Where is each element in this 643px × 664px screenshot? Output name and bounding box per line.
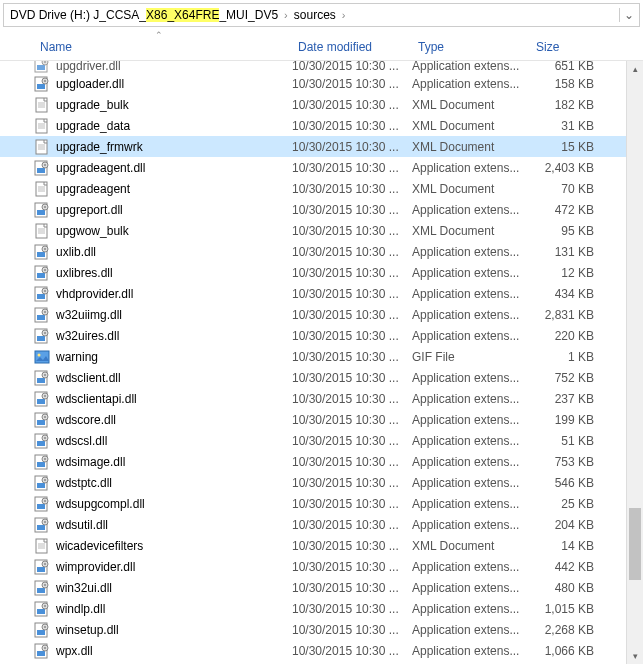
file-size: 158 KB <box>530 77 600 91</box>
file-date: 10/30/2015 10:30 ... <box>292 308 412 322</box>
svg-point-31 <box>44 206 46 208</box>
svg-point-113 <box>44 647 46 649</box>
file-name: w32uires.dll <box>56 329 292 343</box>
column-header-type[interactable]: Type <box>412 38 530 56</box>
file-type: Application extens... <box>412 329 530 343</box>
file-row[interactable]: windlp.dll10/30/2015 10:30 ...Applicatio… <box>0 598 643 619</box>
file-size: 1 KB <box>530 350 600 364</box>
file-size: 434 KB <box>530 287 600 301</box>
file-name: upgdriver.dll <box>56 61 292 73</box>
file-row[interactable]: uxlib.dll10/30/2015 10:30 ...Application… <box>0 241 643 262</box>
file-row[interactable]: wdsclient.dll10/30/2015 10:30 ...Applica… <box>0 367 643 388</box>
file-row[interactable]: wdscore.dll10/30/2015 10:30 ...Applicati… <box>0 409 643 430</box>
file-icon <box>34 76 50 92</box>
file-name: upgreport.dll <box>56 203 292 217</box>
svg-point-3 <box>44 61 46 63</box>
file-row[interactable]: upgloader.dll10/30/2015 10:30 ...Applica… <box>0 73 643 94</box>
file-row[interactable]: wpx.dll10/30/2015 10:30 ...Application e… <box>0 640 643 661</box>
file-row[interactable]: vhdprovider.dll10/30/2015 10:30 ...Appli… <box>0 283 643 304</box>
file-date: 10/30/2015 10:30 ... <box>292 350 412 364</box>
file-date: 10/30/2015 10:30 ... <box>292 560 412 574</box>
chevron-right-icon[interactable]: › <box>340 9 348 21</box>
file-icon <box>34 517 50 533</box>
svg-point-7 <box>44 80 46 82</box>
column-header-size[interactable]: Size <box>530 38 610 56</box>
address-bar[interactable]: DVD Drive (H:) J_CCSA_X86_X64FRE_MUI_DV5… <box>3 3 640 27</box>
file-name: upgrade_frmwrk <box>56 140 292 154</box>
file-row[interactable]: wdsclientapi.dll10/30/2015 10:30 ...Appl… <box>0 388 643 409</box>
file-row[interactable]: wicadevicefilters10/30/2015 10:30 ...XML… <box>0 535 643 556</box>
file-name: wdsutil.dll <box>56 518 292 532</box>
file-row[interactable]: w32uiimg.dll10/30/2015 10:30 ...Applicat… <box>0 304 643 325</box>
file-row[interactable]: wdsupgcompl.dll10/30/2015 10:30 ...Appli… <box>0 493 643 514</box>
breadcrumb-drive[interactable]: DVD Drive (H:) J_CCSA_X86_X64FRE_MUI_DV5 <box>6 4 282 26</box>
scroll-thumb[interactable] <box>629 508 641 580</box>
file-date: 10/30/2015 10:30 ... <box>292 224 412 238</box>
file-size: 546 KB <box>530 476 600 490</box>
svg-point-61 <box>44 374 46 376</box>
file-type: GIF File <box>412 350 530 364</box>
svg-rect-79 <box>37 483 45 488</box>
file-size: 15 KB <box>530 140 600 154</box>
file-row[interactable]: uxlibres.dll10/30/2015 10:30 ...Applicat… <box>0 262 643 283</box>
file-type: Application extens... <box>412 455 530 469</box>
file-date: 10/30/2015 10:30 ... <box>292 476 412 490</box>
column-header-date[interactable]: Date modified <box>292 38 412 56</box>
file-icon <box>34 160 50 176</box>
file-row[interactable]: upgreport.dll10/30/2015 10:30 ...Applica… <box>0 199 643 220</box>
file-name: vhdprovider.dll <box>56 287 292 301</box>
file-row[interactable]: wdscsl.dll10/30/2015 10:30 ...Applicatio… <box>0 430 643 451</box>
file-row[interactable]: upgrade_data10/30/2015 10:30 ...XML Docu… <box>0 115 643 136</box>
svg-point-51 <box>44 311 46 313</box>
file-icon <box>34 454 50 470</box>
file-row[interactable]: wdstptc.dll10/30/2015 10:30 ...Applicati… <box>0 472 643 493</box>
chevron-right-icon[interactable]: › <box>282 9 290 21</box>
file-type: Application extens... <box>412 581 530 595</box>
file-row[interactable]: w32uires.dll10/30/2015 10:30 ...Applicat… <box>0 325 643 346</box>
file-date: 10/30/2015 10:30 ... <box>292 287 412 301</box>
file-row[interactable]: upgradeagent.dll10/30/2015 10:30 ...Appl… <box>0 157 643 178</box>
breadcrumb-folder[interactable]: sources <box>290 4 340 26</box>
file-row[interactable]: warning10/30/2015 10:30 ...GIF File1 KB <box>0 346 643 367</box>
file-icon <box>34 286 50 302</box>
file-row[interactable]: winsetup.dll10/30/2015 10:30 ...Applicat… <box>0 619 643 640</box>
file-row[interactable]: wdsutil.dll10/30/2015 10:30 ...Applicati… <box>0 514 643 535</box>
breadcrumb-drive-suffix: _MUI_DV5 <box>219 8 278 22</box>
file-name: uxlib.dll <box>56 245 292 259</box>
file-type: Application extens... <box>412 61 530 73</box>
file-size: 199 KB <box>530 413 600 427</box>
file-name: wdscore.dll <box>56 413 292 427</box>
file-row[interactable]: upgwow_bulk10/30/2015 10:30 ...XML Docum… <box>0 220 643 241</box>
file-icon <box>34 139 50 155</box>
file-icon <box>34 496 50 512</box>
file-row[interactable]: upgrade_bulk10/30/2015 10:30 ...XML Docu… <box>0 94 643 115</box>
scrollbar[interactable]: ▴ ▾ <box>626 61 643 664</box>
file-row[interactable]: upgradeagent10/30/2015 10:30 ...XML Docu… <box>0 178 643 199</box>
file-date: 10/30/2015 10:30 ... <box>292 623 412 637</box>
file-type: Application extens... <box>412 602 530 616</box>
svg-rect-83 <box>37 504 45 509</box>
file-name: upgrade_bulk <box>56 98 292 112</box>
scroll-track[interactable] <box>627 78 643 648</box>
file-type: Application extens... <box>412 434 530 448</box>
file-row[interactable]: wimprovider.dll10/30/2015 10:30 ...Appli… <box>0 556 643 577</box>
svg-point-101 <box>44 584 46 586</box>
file-row[interactable]: win32ui.dll10/30/2015 10:30 ...Applicati… <box>0 577 643 598</box>
scroll-up-button[interactable]: ▴ <box>627 61 643 78</box>
file-size: 51 KB <box>530 434 600 448</box>
file-name: wdsimage.dll <box>56 455 292 469</box>
file-date: 10/30/2015 10:30 ... <box>292 644 412 658</box>
file-size: 220 KB <box>530 329 600 343</box>
column-header-name[interactable]: Name <box>34 38 292 56</box>
file-name: wpx.dll <box>56 644 292 658</box>
file-name: winsetup.dll <box>56 623 292 637</box>
file-name: upgradeagent <box>56 182 292 196</box>
scroll-down-button[interactable]: ▾ <box>627 648 643 664</box>
file-date: 10/30/2015 10:30 ... <box>292 413 412 427</box>
svg-point-73 <box>44 437 46 439</box>
file-row[interactable]: wdsimage.dll10/30/2015 10:30 ...Applicat… <box>0 451 643 472</box>
svg-rect-56 <box>35 351 49 363</box>
file-row[interactable]: upgdriver.dll10/30/2015 10:30 ...Applica… <box>0 61 643 73</box>
file-row[interactable]: upgrade_frmwrk10/30/2015 10:30 ...XML Do… <box>0 136 643 157</box>
address-dropdown-button[interactable]: ⌄ <box>619 8 637 22</box>
